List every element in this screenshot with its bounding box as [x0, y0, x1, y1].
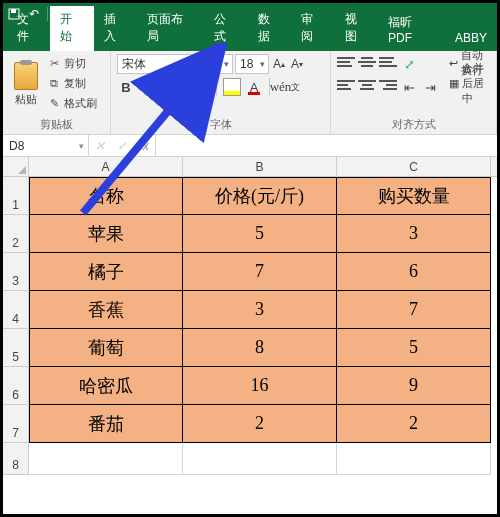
border-button[interactable] [192, 77, 210, 97]
cancel-formula-icon[interactable]: ✕ [89, 139, 111, 153]
decrease-indent-button[interactable]: ⇤ [400, 77, 418, 97]
bold-button[interactable]: B [117, 77, 135, 97]
fill-color-button[interactable] [223, 78, 241, 96]
separator [216, 78, 217, 96]
font-color-button[interactable]: A [245, 77, 263, 97]
cell[interactable]: 7 [337, 291, 491, 329]
decrease-font-icon[interactable]: A▾ [289, 54, 305, 74]
cell[interactable]: 3 [183, 291, 337, 329]
tab-formulas[interactable]: 公式 [204, 6, 247, 51]
cell[interactable]: 价格(元/斤) [183, 177, 337, 215]
tab-view[interactable]: 视图 [335, 6, 378, 51]
formula-input[interactable] [156, 135, 497, 156]
tab-insert[interactable]: 插入 [94, 6, 137, 51]
cell[interactable]: 2 [183, 405, 337, 443]
group-label-clipboard: 剪贴板 [9, 115, 104, 132]
tab-page-layout[interactable]: 页面布局 [137, 6, 204, 51]
align-left-button[interactable] [337, 77, 355, 93]
worksheet: A B C 1 名称 价格(元/斤) 购买数量 2 苹果 5 3 3 橘子 7 … [3, 157, 497, 475]
cell[interactable] [29, 443, 183, 475]
group-alignment: ⤢ ⇤ ⇥ ↩ 自动换行 ▦ 合并后居中 [331, 51, 497, 134]
paste-button[interactable]: 粘贴 [9, 54, 43, 115]
cell[interactable]: 16 [183, 367, 337, 405]
orientation-button[interactable]: ⤢ [400, 54, 418, 74]
font-name-select[interactable]: 宋体 [117, 54, 233, 74]
column-headers: A B C [3, 157, 497, 177]
tab-file[interactable]: 文件 [7, 6, 50, 51]
font-size-select[interactable]: 18 [235, 54, 269, 74]
underline-button[interactable]: U [161, 77, 179, 97]
scissors-icon: ✂ [47, 56, 61, 70]
cell[interactable]: 9 [337, 367, 491, 405]
tab-data[interactable]: 数据 [248, 6, 291, 51]
row-header[interactable]: 2 [3, 215, 29, 253]
group-clipboard: 粘贴 ✂ 剪切 ⧉ 复制 ✎ 格式刷 剪贴板 [3, 51, 111, 134]
copy-icon: ⧉ [47, 76, 61, 90]
group-label-font: 字体 [117, 115, 324, 132]
cell[interactable]: 3 [337, 215, 491, 253]
tab-review[interactable]: 审阅 [291, 6, 334, 51]
cell[interactable]: 6 [337, 253, 491, 291]
cell[interactable] [183, 443, 337, 475]
align-center-button[interactable] [358, 77, 376, 93]
svg-rect-2 [195, 81, 207, 93]
cell[interactable]: 购买数量 [337, 177, 491, 215]
cell[interactable]: 8 [183, 329, 337, 367]
cut-label: 剪切 [64, 56, 86, 71]
italic-button[interactable]: I [139, 77, 157, 97]
align-middle-button[interactable] [358, 54, 376, 70]
col-header-b[interactable]: B [183, 157, 337, 176]
increase-indent-button[interactable]: ⇥ [421, 77, 439, 97]
cell[interactable]: 橘子 [29, 253, 183, 291]
tab-foxit-pdf[interactable]: 福昕PDF [378, 9, 445, 51]
row-header[interactable]: 4 [3, 291, 29, 329]
row-header[interactable]: 3 [3, 253, 29, 291]
tab-home[interactable]: 开始 [50, 6, 93, 51]
copy-button[interactable]: ⧉ 复制 [47, 74, 97, 92]
cell[interactable]: 香蕉 [29, 291, 183, 329]
row-header[interactable]: 7 [3, 405, 29, 443]
cell[interactable]: 7 [183, 253, 337, 291]
merge-center-button[interactable]: ▦ 合并后居中 [449, 74, 490, 92]
cell[interactable]: 2 [337, 405, 491, 443]
cell[interactable]: 哈密瓜 [29, 367, 183, 405]
row-header[interactable]: 1 [3, 177, 29, 215]
row-header[interactable]: 8 [3, 443, 29, 475]
merge-icon: ▦ [449, 77, 459, 90]
paste-label: 粘贴 [15, 92, 37, 107]
cell[interactable]: 5 [183, 215, 337, 253]
row-header[interactable]: 5 [3, 329, 29, 367]
formula-bar: D8 ✕ ✓ fx [3, 135, 497, 157]
name-box[interactable]: D8 [3, 135, 89, 156]
format-painter-button[interactable]: ✎ 格式刷 [47, 94, 97, 112]
merge-center-label: 合并后居中 [462, 61, 490, 106]
cell[interactable]: 番茄 [29, 405, 183, 443]
group-label-alignment: 对齐方式 [337, 115, 490, 132]
cell[interactable]: 名称 [29, 177, 183, 215]
cut-button[interactable]: ✂ 剪切 [47, 54, 97, 72]
wrap-icon: ↩ [449, 57, 458, 70]
paste-icon [14, 62, 38, 90]
cell[interactable]: 葡萄 [29, 329, 183, 367]
phonetic-guide-button[interactable]: wén文 [276, 77, 294, 97]
group-font: 宋体 18 A▴ A▾ B I U A wén文 字体 [111, 51, 331, 134]
cell[interactable]: 5 [337, 329, 491, 367]
col-header-c[interactable]: C [337, 157, 491, 176]
separator [185, 78, 186, 96]
cell[interactable] [337, 443, 491, 475]
align-bottom-button[interactable] [379, 54, 397, 70]
grid: 1 名称 价格(元/斤) 购买数量 2 苹果 5 3 3 橘子 7 6 4 香蕉… [3, 177, 497, 475]
align-top-button[interactable] [337, 54, 355, 70]
cell[interactable]: 苹果 [29, 215, 183, 253]
col-header-a[interactable]: A [29, 157, 183, 176]
ribbon: 粘贴 ✂ 剪切 ⧉ 复制 ✎ 格式刷 剪贴板 宋体 [3, 51, 497, 135]
increase-font-icon[interactable]: A▴ [271, 54, 287, 74]
select-all-corner[interactable] [3, 157, 29, 176]
ribbon-tabs: 文件 开始 插入 页面布局 公式 数据 审阅 视图 福昕PDF ABBY [3, 25, 497, 51]
format-painter-label: 格式刷 [64, 96, 97, 111]
fx-icon[interactable]: fx [133, 139, 155, 153]
align-right-button[interactable] [379, 77, 397, 93]
row-header[interactable]: 6 [3, 367, 29, 405]
enter-formula-icon[interactable]: ✓ [111, 139, 133, 153]
brush-icon: ✎ [47, 96, 61, 110]
